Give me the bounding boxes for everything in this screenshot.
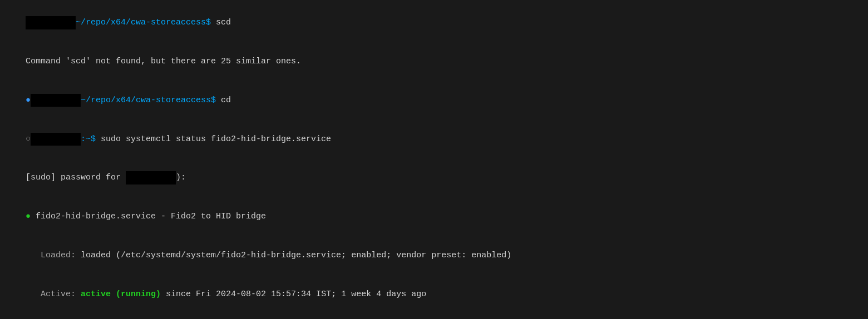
loaded-value: loaded (/etc/systemd/system/fido2-hid-br… — [81, 251, 511, 260]
terminal-line-pid: Main PID: 945 (python3) — [6, 313, 862, 319]
terminal-line-loaded: Loaded: loaded (/etc/systemd/system/fido… — [6, 236, 862, 275]
command-1: scd — [216, 18, 231, 27]
error-text: Command 'scd' not found, but there are 2… — [26, 57, 301, 66]
sudo-colon: ): — [176, 173, 186, 182]
redacted-username-4 — [31, 133, 81, 146]
command-3: cd — [221, 96, 231, 105]
terminal-line-3: ● ~/repo/x64/cwa-storeaccess$ cd — [6, 81, 862, 120]
command-4: sudo systemctl status fido2-hid-bridge.s… — [101, 134, 331, 144]
terminal-line-6: ● fido2-hid-bridge.service - Fido2 to HI… — [6, 197, 862, 236]
redacted-username-1 — [26, 16, 76, 29]
prompt-path-4: :~$ — [81, 134, 101, 144]
sudo-password-text: [sudo] password for — [26, 173, 121, 182]
hollow-indicator: ○ — [26, 134, 31, 144]
terminal-line-2: Command 'scd' not found, but there are 2… — [6, 42, 862, 81]
loaded-label: Loaded: — [26, 251, 81, 260]
terminal-line-1: ~/repo/x64/cwa-storeaccess$ scd — [6, 3, 862, 42]
redacted-username-sudo — [126, 171, 176, 184]
terminal-window: ~/repo/x64/cwa-storeaccess$ scd Command … — [0, 0, 868, 319]
terminal-line-4: ○ :~$ sudo systemctl status fido2-hid-br… — [6, 119, 862, 158]
prompt-path-3: ~/repo/x64/cwa-storeaccess$ — [81, 96, 221, 105]
active-status: active (running) — [81, 290, 161, 299]
prompt-path-1: ~/repo/x64/cwa-storeaccess$ — [76, 18, 216, 27]
green-dot-indicator: ● — [26, 212, 31, 221]
active-label: Active: — [26, 290, 81, 299]
redacted-username-3 — [31, 94, 81, 107]
terminal-line-5: [sudo] password for ): — [6, 158, 862, 197]
active-rest: since Fri 2024-08-02 15:57:34 IST; 1 wee… — [161, 290, 426, 299]
blue-indicator: ● — [26, 96, 31, 105]
terminal-line-active: Active: active (running) since Fri 2024-… — [6, 275, 862, 313]
service-header: fido2-hid-bridge.service - Fido2 to HID … — [31, 212, 266, 221]
